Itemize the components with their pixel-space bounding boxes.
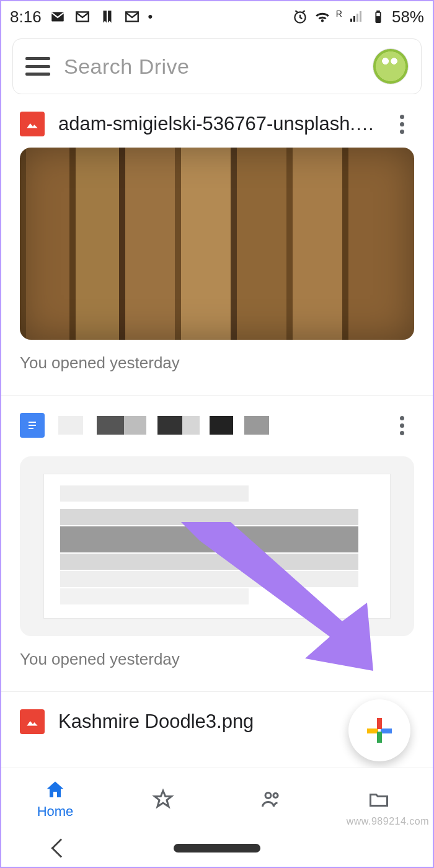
nav-home[interactable]: Home [1,768,109,830]
doc-file-icon [20,413,45,438]
file-subtitle: You opened yesterday [1,340,433,389]
mail-icon [49,8,66,25]
file-subtitle: You opened yesterday [1,636,433,685]
app-frame: 8:16 • R [0,0,434,868]
svg-rect-5 [377,11,379,12]
svg-rect-9 [29,428,33,429]
status-left: 8:16 • [10,7,153,27]
bookmark-icon [99,8,116,25]
file-header: adam-smigielski-536767-unsplash.jpg [1,105,433,148]
status-time: 8:16 [10,7,42,27]
svg-rect-6 [376,17,380,22]
gmail-icon-2 [123,8,141,25]
file-card[interactable]: adam-smigielski-536767-unsplash.jpg You … [1,105,433,394]
image-file-icon [20,709,45,734]
battery-percent: 58% [392,7,424,27]
file-name-redacted [58,416,376,435]
more-notifications-dot: • [148,9,153,25]
svg-point-12 [273,793,278,797]
file-card[interactable]: You opened yesterday [1,407,433,690]
status-bar: 8:16 • R [1,1,433,32]
file-more-button[interactable] [389,112,414,136]
svg-rect-7 [29,422,36,423]
gmail-icon [74,8,91,25]
system-back-button[interactable] [51,838,71,857]
alarm-icon [291,8,309,25]
file-more-button[interactable] [389,413,414,438]
image-file-icon [20,112,45,136]
signal-prefix: R [336,9,342,19]
file-name: adam-smigielski-536767-unsplash.jpg [58,113,376,135]
file-thumbnail[interactable] [20,456,414,636]
file-header [1,407,433,449]
search-bar[interactable]: Search Drive [12,38,422,94]
divider [1,395,433,396]
account-avatar[interactable] [373,48,409,84]
signal-icon [347,8,365,25]
nav-shared[interactable] [217,768,325,830]
divider [1,691,433,692]
search-row: Search Drive [1,32,433,105]
svg-rect-8 [29,425,36,426]
battery-icon [370,8,387,25]
nav-home-label: Home [37,804,74,820]
wifi-icon [314,8,331,25]
file-thumbnail[interactable] [20,148,414,340]
search-input[interactable]: Search Drive [64,55,359,79]
status-right: R 58% [291,7,424,27]
watermark: www.989214.com [347,816,429,827]
file-name: Kashmire Doodle3.png [58,711,376,733]
menu-icon[interactable] [25,57,50,76]
system-home-pill[interactable] [174,844,260,852]
plus-icon [367,718,392,743]
svg-point-11 [265,792,271,798]
create-fab[interactable] [348,699,410,761]
system-nav-bar [1,830,433,867]
nav-starred[interactable] [109,768,217,830]
